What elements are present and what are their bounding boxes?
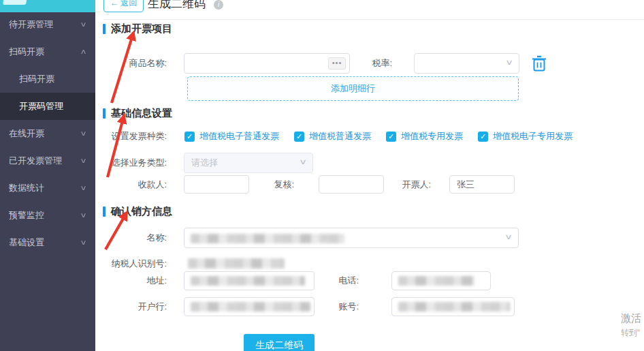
sidebar-item-invoice-code-mgmt[interactable]: 开票码管理 (0, 93, 95, 120)
chevron-down-icon: ∨ (80, 120, 86, 147)
seller-name-select[interactable]: ∨ (184, 228, 519, 248)
chevron-down-icon: ∨ (80, 174, 86, 202)
checkbox-label: 增值税电子普通发票 (199, 130, 279, 142)
product-name-input[interactable]: ••• (184, 53, 350, 74)
chevron-down-icon: ∨ (505, 58, 513, 67)
generate-qrcode-button[interactable]: 生成二维码 (244, 334, 315, 351)
checkbox-vat-general-invoice[interactable]: ✓ 增值税普通发票 (294, 130, 371, 142)
address-input[interactable] (184, 271, 315, 290)
sidebar-item-basic-settings[interactable]: 基础设置 ∨ (0, 229, 95, 256)
address-label: 地址: (95, 271, 167, 290)
checked-checkbox-icon: ✓ (478, 132, 488, 142)
chevron-down-icon: ∨ (80, 229, 86, 256)
business-type-select[interactable]: 请选择 ∨ (184, 153, 313, 173)
sidebar-item-scan-invoice-group[interactable]: 扫码开票 ∧ (0, 38, 95, 65)
checkbox-vat-special-invoice[interactable]: ✓ 增值税专用发票 (386, 130, 463, 142)
sidebar-item-label: 扫码开票 (19, 74, 54, 84)
chevron-down-icon: ∨ (299, 157, 307, 166)
page-title: 生成二维码 (148, 0, 206, 12)
payee-row: 收款人: 复核: 开票人: 张三 (95, 175, 644, 194)
bank-input[interactable] (184, 297, 315, 316)
chevron-down-icon: ∨ (80, 147, 86, 174)
sidebar-item-label: 已开发票管理 (9, 155, 62, 166)
seller-name-row: 名称: ∨ (95, 228, 644, 248)
section-basic-info: 基础信息设置 (103, 107, 172, 120)
bank-row: 开户行: 账号: (95, 297, 644, 316)
section-marker-icon (103, 108, 106, 119)
business-type-row: 选择业务类型: 请选择 ∨ (95, 153, 644, 173)
chevron-down-icon: ∨ (80, 202, 86, 229)
account-label: 账号: (317, 297, 359, 316)
sidebar-item-scan-invoice[interactable]: 扫码开票 (0, 65, 95, 93)
select-placeholder: 请选择 (191, 153, 218, 172)
drawer-input[interactable]: 张三 (449, 175, 515, 194)
payee-label: 收款人: (95, 175, 167, 194)
app-window: 待开票管理 ∨ 扫码开票 ∧ 扫码开票 开票码管理 在线开票 ∨ 已开发票管理 … (0, 0, 644, 351)
sidebar-item-online-invoice[interactable]: 在线开票 ∨ (0, 120, 95, 147)
phone-label: 电话: (317, 271, 359, 290)
section-add-invoice-items: 添加开票项目 (103, 22, 172, 35)
sidebar-item-alert-monitoring[interactable]: 预警监控 ∨ (0, 202, 95, 229)
checked-checkbox-icon: ✓ (184, 132, 195, 142)
add-detail-row-button[interactable]: 添加明细行 (187, 76, 519, 101)
invoice-type-label: 设置发票种类: (95, 130, 167, 142)
redacted-address (191, 276, 305, 286)
redacted-seller-name (191, 234, 344, 243)
seller-name-label: 名称: (95, 228, 167, 248)
taxpayer-id-row: 纳税人识别号: (95, 257, 644, 271)
reviewer-label: 复核: (242, 175, 294, 194)
section-title: 确认销方信息 (111, 205, 172, 218)
invoice-type-checkbox-group: ✓ 增值税电子普通发票 ✓ 增值税普通发票 ✓ 增值税专用发票 ✓ 增值税电子专… (184, 130, 573, 142)
sidebar-menu: 待开票管理 ∨ 扫码开票 ∧ 扫码开票 开票码管理 在线开票 ∨ 已开发票管理 … (0, 11, 95, 256)
app-logo-icon (3, 0, 27, 5)
checkbox-vat-e-general-invoice[interactable]: ✓ 增值税电子普通发票 (184, 130, 279, 142)
back-arrow-icon: ← (110, 0, 118, 7)
checkbox-label: 增值税专用发票 (401, 130, 463, 142)
checked-checkbox-icon: ✓ (294, 132, 304, 142)
sidebar-item-label: 开票码管理 (19, 101, 63, 111)
business-type-label: 选择业务类型: (95, 153, 167, 173)
address-row: 地址: 电话: (95, 271, 644, 290)
drawer-label: 开票人: (386, 175, 431, 194)
sidebar-item-label: 基础设置 (9, 237, 44, 247)
checkbox-label: 增值税普通发票 (309, 130, 371, 142)
reviewer-input[interactable] (319, 175, 384, 194)
sidebar-item-label: 扫码开票 (9, 46, 44, 57)
header-divider (103, 19, 644, 20)
section-seller-info: 确认销方信息 (103, 205, 172, 218)
account-input[interactable] (391, 297, 515, 316)
redacted-bank (191, 302, 310, 311)
tax-rate-select[interactable]: ∨ (414, 53, 519, 74)
tax-rate-label: 税率: (366, 53, 392, 74)
delete-row-trash-icon[interactable] (532, 55, 548, 73)
back-button[interactable]: ← 返回 (103, 0, 144, 12)
sidebar-item-pending-invoice-mgmt[interactable]: 待开票管理 ∨ (0, 11, 95, 38)
section-title: 添加开票项目 (111, 22, 172, 35)
main-content: ← 返回 生成二维码 i 添加开票项目 商品名称: ••• 税率: ∨ (95, 0, 644, 351)
product-picker-ellipsis-icon[interactable]: ••• (328, 57, 346, 70)
sidebar-item-label: 在线开票 (9, 128, 44, 138)
redacted-phone (398, 276, 474, 286)
drawer-value: 张三 (457, 179, 474, 189)
checked-checkbox-icon: ✓ (386, 132, 396, 142)
product-name-label: 商品名称: (95, 53, 167, 74)
section-title: 基础信息设置 (111, 107, 172, 120)
payee-input[interactable] (184, 175, 249, 194)
sidebar: 待开票管理 ∨ 扫码开票 ∧ 扫码开票 开票码管理 在线开票 ∨ 已开发票管理 … (0, 0, 95, 351)
checkbox-vat-e-special-invoice[interactable]: ✓ 增值税电子专用发票 (478, 130, 573, 142)
info-icon[interactable]: i (214, 0, 223, 10)
invoice-type-row: 设置发票种类: ✓ 增值税电子普通发票 ✓ 增值税普通发票 ✓ 增值税专用发票 … (95, 130, 644, 142)
sidebar-item-issued-invoice-mgmt[interactable]: 已开发票管理 ∨ (0, 147, 95, 174)
redacted-account (398, 302, 510, 311)
redacted-taxpayer-id (188, 258, 285, 269)
sidebar-item-label: 数据统计 (9, 183, 44, 193)
chevron-down-icon: ∨ (80, 11, 86, 38)
sidebar-item-data-statistics[interactable]: 数据统计 ∨ (0, 174, 95, 202)
product-row: 商品名称: ••• 税率: ∨ (95, 53, 644, 74)
section-marker-icon (103, 24, 106, 34)
back-button-label: 返回 (120, 0, 137, 7)
chevron-up-icon: ∧ (80, 38, 86, 65)
section-marker-icon (103, 207, 106, 217)
chevron-down-icon: ∨ (504, 232, 513, 241)
phone-input[interactable] (391, 271, 491, 290)
